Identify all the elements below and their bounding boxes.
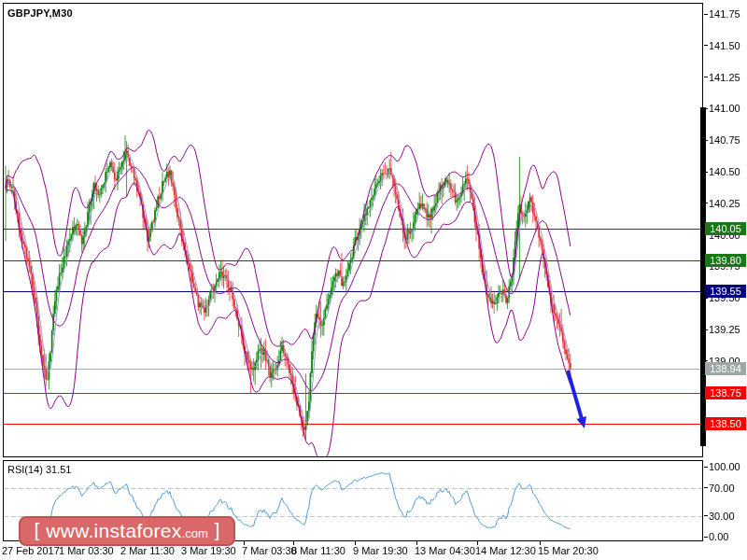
rsi-axis-tick	[704, 515, 708, 516]
price-badge: 139.55	[705, 285, 746, 298]
time-axis-label: 14 Mar 12:30	[475, 545, 536, 556]
price-axis-label: 139.25	[709, 324, 740, 335]
price-badge: 138.94	[705, 362, 746, 375]
rsi-axis-tick	[704, 487, 708, 488]
price-badge: 139.80	[705, 254, 746, 267]
price-axis-tick	[704, 140, 708, 141]
price-axis-tick	[704, 14, 708, 15]
price-badge: 138.75	[705, 386, 746, 399]
price-axis-label: 140.25	[709, 198, 740, 209]
price-axis-tick	[704, 77, 708, 77]
price-axis-tick	[704, 203, 708, 203]
rsi-axis-label: 0.00	[709, 531, 728, 542]
time-axis-label: 9 Mar 19:30	[353, 545, 408, 556]
price-axis-tick	[704, 108, 708, 109]
rsi-axis-label: 70.00	[709, 483, 735, 494]
price-axis-label: 141.25	[709, 72, 740, 83]
price-axis-label: 141.00	[709, 103, 740, 114]
rsi-axis-tick	[704, 537, 708, 538]
trading-chart-window: GBPJPY,M30 RSI(14) 31.51 141.75141.50141…	[0, 0, 747, 560]
price-badge: 138.50	[705, 417, 746, 430]
time-axis-label: 27 Feb 2017	[2, 545, 60, 556]
time-axis-label: 1 Mar 03:30	[59, 545, 114, 556]
watermark-url-suffix: .com	[182, 523, 208, 540]
time-axis-label: 13 Mar 04:30	[415, 545, 475, 556]
price-axis-label: 140.75	[709, 134, 740, 146]
price-axis-tick	[704, 329, 708, 330]
price-badge: 140.05	[705, 222, 746, 235]
time-axis-label: 8 Mar 11:30	[291, 545, 345, 556]
rsi-axis-tick	[704, 467, 708, 468]
price-axis-tick	[704, 45, 708, 46]
instaforex-watermark: [ www.instaforex .com ]	[19, 516, 235, 546]
time-axis-label: 7 Mar 03:30	[242, 545, 297, 556]
price-axis-label: 141.50	[709, 40, 740, 51]
price-axis-tick	[704, 172, 708, 173]
time-axis-label: 15 Mar 20:30	[538, 545, 599, 556]
axes-overlay: 141.75141.50141.25141.00140.75140.50140.…	[0, 0, 747, 560]
watermark-close-bracket: ]	[215, 520, 220, 541]
watermark-open-bracket: [	[35, 520, 40, 541]
watermark-url-text: www.instaforex	[46, 520, 181, 542]
time-axis-label: 2 Mar 11:30	[120, 545, 175, 556]
price-axis-label: 141.75	[709, 8, 740, 20]
time-axis-label: 3 Mar 19:30	[181, 545, 236, 556]
rsi-axis-label: 100.00	[709, 461, 740, 472]
rsi-axis-label: 30.00	[709, 511, 735, 522]
price-axis-label: 140.50	[709, 166, 740, 177]
